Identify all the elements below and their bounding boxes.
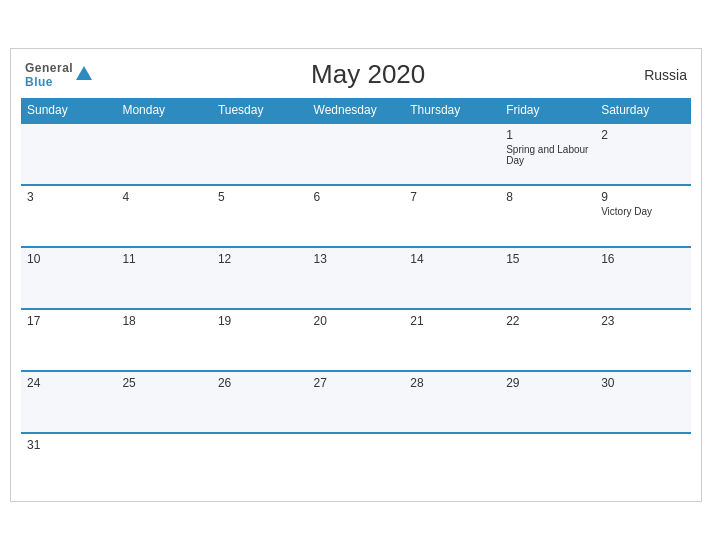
weekday-header-sunday: Sunday (21, 98, 116, 123)
day-number: 15 (506, 252, 589, 266)
day-number: 6 (314, 190, 399, 204)
calendar-cell (404, 123, 500, 185)
holiday-label: Victory Day (601, 206, 685, 217)
calendar-cell: 17 (21, 309, 116, 371)
logo-blue: Blue (25, 75, 73, 89)
day-number: 29 (506, 376, 589, 390)
calendar-cell: 1Spring and Labour Day (500, 123, 595, 185)
calendar-cell: 16 (595, 247, 691, 309)
calendar-thead: SundayMondayTuesdayWednesdayThursdayFrid… (21, 98, 691, 123)
day-number: 1 (506, 128, 589, 142)
day-number: 25 (122, 376, 206, 390)
calendar-week-row: 17181920212223 (21, 309, 691, 371)
calendar-cell: 7 (404, 185, 500, 247)
calendar-cell: 25 (116, 371, 212, 433)
calendar-cell: 2 (595, 123, 691, 185)
calendar-cell: 24 (21, 371, 116, 433)
calendar-cell: 23 (595, 309, 691, 371)
calendar-cell (595, 433, 691, 495)
calendar-cell (21, 123, 116, 185)
day-number: 10 (27, 252, 110, 266)
day-number: 14 (410, 252, 494, 266)
logo: General Blue (25, 61, 92, 89)
calendar-cell: 18 (116, 309, 212, 371)
calendar-cell: 14 (404, 247, 500, 309)
day-number: 24 (27, 376, 110, 390)
calendar-week-row: 10111213141516 (21, 247, 691, 309)
calendar-cell (116, 433, 212, 495)
day-number: 13 (314, 252, 399, 266)
logo-triangle-icon (76, 66, 92, 80)
day-number: 18 (122, 314, 206, 328)
day-number: 27 (314, 376, 399, 390)
weekday-header-tuesday: Tuesday (212, 98, 308, 123)
day-number: 17 (27, 314, 110, 328)
calendar-cell: 15 (500, 247, 595, 309)
calendar-cell (500, 433, 595, 495)
calendar-cell: 3 (21, 185, 116, 247)
calendar-cell: 4 (116, 185, 212, 247)
calendar-cell (212, 123, 308, 185)
calendar-cell: 8 (500, 185, 595, 247)
country-label: Russia (644, 67, 687, 83)
day-number: 31 (27, 438, 110, 452)
calendar-cell (308, 433, 405, 495)
day-number: 19 (218, 314, 302, 328)
weekday-header-saturday: Saturday (595, 98, 691, 123)
day-number: 20 (314, 314, 399, 328)
calendar-cell: 26 (212, 371, 308, 433)
day-number: 3 (27, 190, 110, 204)
calendar-cell (308, 123, 405, 185)
logo-text: General Blue (25, 61, 73, 89)
day-number: 4 (122, 190, 206, 204)
calendar-cell (116, 123, 212, 185)
calendar-cell: 28 (404, 371, 500, 433)
day-number: 30 (601, 376, 685, 390)
weekday-header-wednesday: Wednesday (308, 98, 405, 123)
holiday-label: Spring and Labour Day (506, 144, 589, 166)
day-number: 28 (410, 376, 494, 390)
day-number: 21 (410, 314, 494, 328)
calendar-cell: 5 (212, 185, 308, 247)
calendar-cell: 6 (308, 185, 405, 247)
day-number: 8 (506, 190, 589, 204)
calendar-table: SundayMondayTuesdayWednesdayThursdayFrid… (21, 98, 691, 495)
calendar-cell: 29 (500, 371, 595, 433)
day-number: 23 (601, 314, 685, 328)
logo-general: General (25, 61, 73, 75)
calendar-cell: 21 (404, 309, 500, 371)
calendar-cell: 11 (116, 247, 212, 309)
calendar-cell: 10 (21, 247, 116, 309)
calendar-cell: 13 (308, 247, 405, 309)
calendar-week-row: 24252627282930 (21, 371, 691, 433)
calendar-cell: 20 (308, 309, 405, 371)
weekday-header-friday: Friday (500, 98, 595, 123)
calendar-cell: 27 (308, 371, 405, 433)
calendar-cell: 19 (212, 309, 308, 371)
calendar-cell: 22 (500, 309, 595, 371)
calendar-week-row: 3456789Victory Day (21, 185, 691, 247)
day-number: 26 (218, 376, 302, 390)
calendar-header: General Blue May 2020 Russia (21, 59, 691, 90)
weekday-header-thursday: Thursday (404, 98, 500, 123)
calendar-cell: 12 (212, 247, 308, 309)
month-title: May 2020 (311, 59, 425, 90)
day-number: 5 (218, 190, 302, 204)
day-number: 16 (601, 252, 685, 266)
weekday-header-monday: Monday (116, 98, 212, 123)
day-number: 22 (506, 314, 589, 328)
calendar-week-row: 1Spring and Labour Day2 (21, 123, 691, 185)
day-number: 2 (601, 128, 685, 142)
calendar-cell (212, 433, 308, 495)
weekday-header-row: SundayMondayTuesdayWednesdayThursdayFrid… (21, 98, 691, 123)
calendar-container: General Blue May 2020 Russia SundayMonda… (10, 48, 702, 502)
calendar-cell: 31 (21, 433, 116, 495)
day-number: 7 (410, 190, 494, 204)
calendar-cell (404, 433, 500, 495)
day-number: 12 (218, 252, 302, 266)
calendar-week-row: 31 (21, 433, 691, 495)
day-number: 9 (601, 190, 685, 204)
day-number: 11 (122, 252, 206, 266)
calendar-tbody: 1Spring and Labour Day23456789Victory Da… (21, 123, 691, 495)
calendar-cell: 9Victory Day (595, 185, 691, 247)
